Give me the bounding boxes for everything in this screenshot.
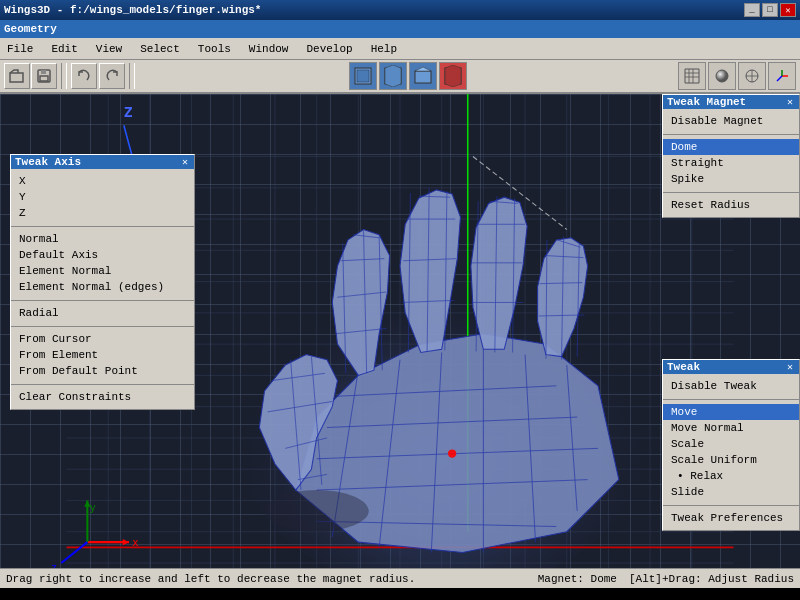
- svg-text:x: x: [132, 536, 138, 548]
- sep-magnet1: [663, 129, 799, 135]
- svg-rect-0: [10, 73, 23, 82]
- view-persp[interactable]: [439, 62, 467, 90]
- status-message: Drag right to increase and left to decre…: [6, 573, 538, 585]
- save-button[interactable]: [31, 63, 57, 89]
- magnet-straight[interactable]: Straight: [663, 155, 799, 171]
- wire-icon[interactable]: [738, 62, 766, 90]
- tweak-scale[interactable]: Scale: [663, 436, 799, 452]
- axis-y[interactable]: Y: [11, 189, 194, 205]
- status-magnet: Magnet: Dome: [538, 573, 617, 585]
- sep-axis4: [11, 379, 194, 385]
- svg-rect-8: [415, 71, 431, 83]
- axis-from-cursor[interactable]: From Cursor: [11, 331, 194, 347]
- menu-develop[interactable]: Develop: [303, 42, 355, 56]
- svg-marker-7: [385, 65, 401, 87]
- grid-icon[interactable]: [678, 62, 706, 90]
- tweak-magnet-close[interactable]: ✕: [785, 96, 795, 108]
- titlebar-controls: _ □ ✕: [744, 3, 796, 17]
- tweak-title: Tweak ✕: [663, 360, 799, 374]
- axis-x[interactable]: X: [11, 173, 194, 189]
- axis-radial[interactable]: Radial: [11, 305, 194, 321]
- shaded-icon[interactable]: [708, 62, 736, 90]
- sep1: [61, 63, 67, 89]
- axis-from-default-point[interactable]: From Default Point: [11, 363, 194, 379]
- magnet-disable[interactable]: Disable Magnet: [663, 113, 799, 129]
- menu-file[interactable]: File: [4, 42, 36, 56]
- minimize-button[interactable]: _: [744, 3, 760, 17]
- tweak-scale-uniform[interactable]: Scale Uniform: [663, 452, 799, 468]
- sep-tweak2: [663, 500, 799, 506]
- axis-element-normal-edges[interactable]: Element Normal (edges): [11, 279, 194, 295]
- appbar: Geometry: [0, 20, 800, 38]
- sep-axis1: [11, 221, 194, 227]
- tweak-disable[interactable]: Disable Tweak: [663, 378, 799, 394]
- sep-axis3: [11, 321, 194, 327]
- tweak-axis-title: Tweak Axis ✕: [11, 155, 194, 169]
- tweak-magnet-title: Tweak Magnet ✕: [663, 95, 799, 109]
- svg-point-98: [265, 490, 369, 532]
- tweak-slide[interactable]: Slide: [663, 484, 799, 500]
- menu-edit[interactable]: Edit: [48, 42, 80, 56]
- status-hint: [Alt]+Drag: Adjust Radius: [629, 573, 794, 585]
- statusbar: Drag right to increase and left to decre…: [0, 568, 800, 588]
- sep-magnet2: [663, 187, 799, 193]
- view-top[interactable]: [409, 62, 437, 90]
- menu-window[interactable]: Window: [246, 42, 292, 56]
- tweak-axis-close[interactable]: ✕: [180, 156, 190, 168]
- menu-view[interactable]: View: [93, 42, 125, 56]
- magnet-spike[interactable]: Spike: [663, 171, 799, 187]
- svg-text:Z: Z: [124, 103, 133, 120]
- maximize-button[interactable]: □: [762, 3, 778, 17]
- undo-button[interactable]: [71, 63, 97, 89]
- view-side[interactable]: [379, 62, 407, 90]
- sep-tweak1: [663, 394, 799, 400]
- axis-z[interactable]: Z: [11, 205, 194, 221]
- axis-default[interactable]: Default Axis: [11, 247, 194, 263]
- appbar-label: Geometry: [4, 23, 57, 35]
- axis-normal[interactable]: Normal: [11, 231, 194, 247]
- redo-button[interactable]: [99, 63, 125, 89]
- view-icons: [349, 62, 467, 90]
- open-button[interactable]: [4, 63, 30, 89]
- title-text: Wings3D - f:/wings_models/finger.wings*: [4, 4, 261, 16]
- magnet-reset-radius[interactable]: Reset Radius: [663, 197, 799, 213]
- main-area: Z x y z Tweak Axis ✕ X Y Z: [0, 94, 800, 588]
- file-tools: [4, 63, 57, 89]
- tweak-magnet-panel: Tweak Magnet ✕ Disable Magnet Dome Strai…: [662, 94, 800, 218]
- tweak-move[interactable]: Move: [663, 404, 799, 420]
- svg-marker-11: [445, 65, 461, 87]
- tweak-axis-panel: Tweak Axis ✕ X Y Z Normal Default Axis E…: [10, 154, 195, 410]
- svg-rect-3: [40, 76, 48, 81]
- svg-point-100: [448, 449, 456, 457]
- svg-marker-103: [123, 539, 129, 545]
- magnet-dome[interactable]: Dome: [663, 139, 799, 155]
- right-icons: [678, 62, 796, 90]
- axes-icon[interactable]: [768, 62, 796, 90]
- view-front[interactable]: [349, 62, 377, 90]
- svg-rect-5: [357, 70, 369, 82]
- svg-text:y: y: [89, 501, 95, 513]
- tweak-relax[interactable]: • Relax: [663, 468, 799, 484]
- tweak-panel: Tweak ✕ Disable Tweak Move Move Normal S…: [662, 359, 800, 531]
- tweak-preferences[interactable]: Tweak Preferences: [663, 510, 799, 526]
- sep-axis2: [11, 295, 194, 301]
- svg-point-12: [716, 70, 728, 82]
- menu-help[interactable]: Help: [368, 42, 400, 56]
- menu-select[interactable]: Select: [137, 42, 183, 56]
- axis-clear-constraints[interactable]: Clear Constraints: [11, 389, 194, 405]
- svg-line-108: [61, 542, 87, 563]
- iconbar: [0, 60, 800, 94]
- menubar: File Edit View Select Tools Window Devel…: [0, 38, 800, 60]
- axis-from-element[interactable]: From Element: [11, 347, 194, 363]
- sep2: [129, 63, 135, 89]
- tweak-close[interactable]: ✕: [785, 361, 795, 373]
- viewport[interactable]: Z x y z Tweak Axis ✕ X Y Z: [0, 94, 800, 588]
- svg-marker-9: [415, 67, 431, 71]
- titlebar: Wings3D - f:/wings_models/finger.wings* …: [0, 0, 800, 20]
- menu-tools[interactable]: Tools: [195, 42, 234, 56]
- close-button[interactable]: ✕: [780, 3, 796, 17]
- axis-element-normal[interactable]: Element Normal: [11, 263, 194, 279]
- svg-rect-2: [41, 70, 46, 74]
- tweak-move-normal[interactable]: Move Normal: [663, 420, 799, 436]
